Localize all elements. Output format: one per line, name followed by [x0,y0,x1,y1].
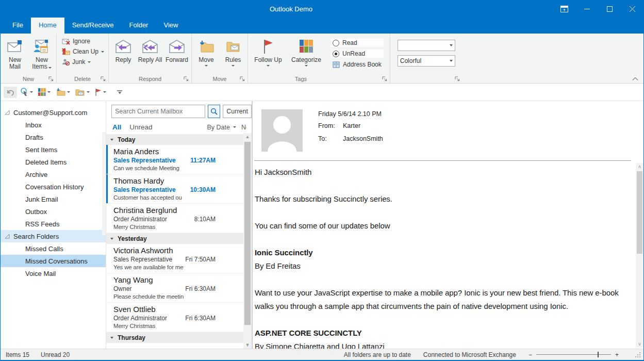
tab-file[interactable]: File [5,18,31,32]
search-input-wrapper [111,105,205,118]
resize-grip-icon[interactable] [634,351,641,358]
collapse-ribbon-icon[interactable] [632,77,638,81]
mail-preview-text: Please schedule the meetin [113,293,216,300]
categorize-icon [38,88,46,96]
new-mail-button[interactable]: NewMail [2,35,28,70]
qat-move-button[interactable] [54,87,72,97]
sidebar-item-sent-items[interactable]: Sent Items [1,143,106,156]
scroll-down-icon[interactable]: ▼ [245,341,250,349]
dialog-launcher-icon[interactable] [48,76,54,81]
from-value: Karter [343,122,360,129]
sidebar-item-coversation-history[interactable]: Coversation History [1,180,106,193]
sidebar-item-search-folders[interactable]: Search Folders [1,230,106,242]
scrollbar-thumb[interactable] [637,171,642,254]
theme-dropdown-empty[interactable] [398,40,455,51]
sidebar-item-voice-mail[interactable]: Voice Mail [1,267,106,280]
sidebar-item-outbox[interactable]: Outbox [1,205,106,218]
qat-rules-button[interactable] [73,87,92,97]
zoom-in-button[interactable]: + [615,351,619,358]
qat-follow-up-button[interactable] [93,87,108,98]
close-button[interactable] [621,0,643,18]
sidebar-scrollbar[interactable] [102,132,106,235]
close-icon [630,6,635,12]
sidebar-item-missed-coversations[interactable]: Missed Coversations [1,255,106,267]
mail-group-header-thursday[interactable]: Thursday [106,332,252,343]
zoom-slider-thumb[interactable] [598,352,599,357]
connection-status: Connected to Microsoft Exchange [423,351,516,358]
tab-view[interactable]: View [156,18,186,32]
dialog-launcher-icon[interactable] [455,76,460,81]
unread-radio[interactable]: UnRead [331,50,384,58]
undo-button[interactable] [4,87,17,98]
folder-list: InboxDraftsSent ItemsDeleted ItemsArchiv… [1,119,106,230]
junk-icon [62,58,70,65]
qat-categorize-button[interactable] [36,87,53,97]
touch-mode-button[interactable] [18,86,35,99]
sidebar-item-rss-feeds[interactable]: RSS Feeds [1,218,106,230]
filter-all[interactable]: All [112,123,121,131]
dialog-launcher-icon[interactable] [382,76,387,81]
mail-list-item[interactable]: Christina BerglundOrder Administrator8:1… [106,204,252,233]
customize-toolbar-button[interactable] [114,88,125,96]
scroll-down-icon[interactable]: ∨ [638,340,641,348]
body-text-line: Want to use your JavaScript expertise to… [255,286,628,313]
read-radio[interactable]: Read [331,39,384,47]
ribbon: NewMail NewItems New Ignore [1,32,643,84]
sidebar-item-inbox[interactable]: Inbox [1,119,106,131]
dialog-launcher-icon[interactable] [184,76,189,81]
move-button[interactable]: Move [193,35,220,67]
mail-list-item[interactable]: Yang WangOwnerFri 6:30AMPlease schedule … [106,273,252,303]
theme-dropdown-colorful[interactable]: Colorful [398,55,455,67]
tab-folder[interactable]: Folder [122,18,156,32]
sidebar-account[interactable]: Customer@Support.com [1,106,106,119]
reading-pane-scrollbar[interactable]: ∧ ∨ [636,163,643,348]
mail-sender-name: Christina Berglund [113,206,216,215]
reply-all-button[interactable]: Reply All [137,35,163,63]
mail-list-item[interactable]: Victoria AshworthSales RepresentativeFri… [106,244,252,273]
tab-home[interactable]: Home [31,18,64,32]
mail-list-item[interactable]: Thomas HardySales Representative10:30AMC… [106,174,252,204]
mail-list-item[interactable]: Maria AndersSales Representative11:27AMC… [106,145,252,174]
mail-group-header-yesterday[interactable]: Yesterday [106,233,252,244]
clean-up-icon [62,48,70,55]
search-button[interactable] [208,105,220,118]
zoom-slider[interactable] [536,354,611,355]
radio-selected-icon [333,51,339,57]
new-items-button[interactable]: NewItems [28,35,55,70]
dropdown-arrow-icon [232,65,235,67]
scroll-up-icon[interactable]: ∧ [638,163,641,170]
mail-group-header-today[interactable]: Today [106,134,252,145]
forward-button[interactable]: Forward [163,35,190,63]
follow-up-button[interactable]: Follow Up [249,35,287,67]
sidebar-item-junk-email[interactable]: Junk Email [1,193,106,205]
dialog-launcher-icon[interactable] [101,76,106,81]
address-book-button[interactable]: Address Book [331,60,384,69]
scrollbar-thumb[interactable] [244,142,251,325]
sidebar-item-missed-calls[interactable]: Missed Calls [1,242,106,255]
clean-up-button[interactable]: Clean Up [62,48,104,55]
sort-by-date-dropdown[interactable]: By Date [207,124,236,131]
junk-button[interactable]: Junk [62,58,104,65]
new-items-icon [34,38,50,55]
mail-list-item[interactable]: Sven OttliebOrder AdministratorFri 6:30A… [106,303,252,332]
search-input[interactable] [115,108,202,115]
zoom-out-button[interactable]: − [529,351,532,358]
filter-unread[interactable]: Unread [129,123,152,131]
from-label: From: [318,122,343,129]
search-scope-dropdown[interactable]: Current [223,105,252,118]
reply-button[interactable]: Reply [110,35,137,63]
sort-direction-clipped[interactable]: Newest [241,124,246,131]
mail-item-main: Maria AndersSales Representative11:27AMC… [108,145,252,174]
dialog-launcher-icon[interactable] [240,76,245,81]
maximize-button[interactable] [598,0,621,18]
tab-send-receive[interactable]: Send/Receive [64,18,122,32]
categorize-button[interactable]: Categorize [287,35,325,67]
scroll-up-icon[interactable]: ▲ [245,133,250,140]
rules-button[interactable]: Rules [220,35,246,67]
sidebar-item-deleted-items[interactable]: Deleted Items [1,156,106,168]
sidebar-item-archive[interactable]: Archive [1,168,106,180]
maximize-icon [607,6,613,12]
message-list-scrollbar[interactable]: ▲ ▼ [243,133,252,349]
ignore-button[interactable]: Ignore [62,38,104,45]
sidebar-item-drafts[interactable]: Drafts [1,131,106,143]
